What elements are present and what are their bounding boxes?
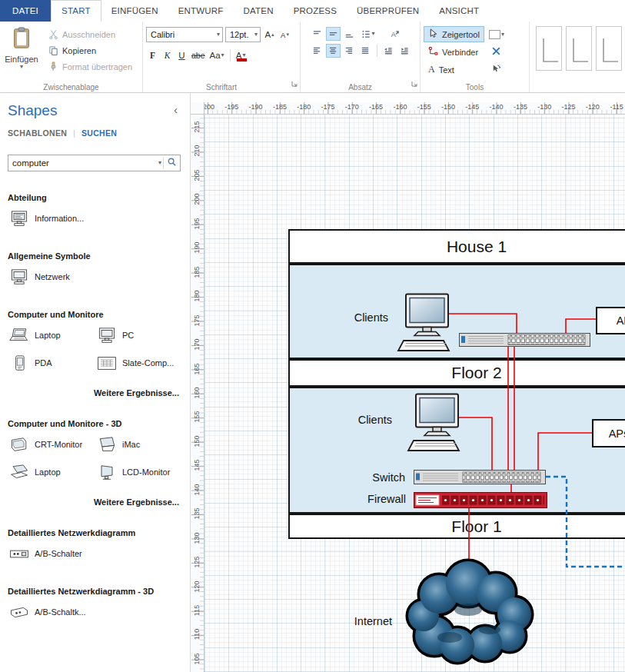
connector-switch-aps-bottom[interactable] xyxy=(538,433,592,470)
stencil-section: Computer und MonitoreLaptopPCPDASlate-Co… xyxy=(8,310,181,398)
shape-item-label: PDA xyxy=(35,358,52,368)
shape-search-input[interactable] xyxy=(8,158,158,168)
chevron-down-icon[interactable]: ▾ xyxy=(158,160,161,166)
more-results-link[interactable]: Weitere Ergebnisse... xyxy=(8,388,179,398)
shape-item[interactable]: A/B-Schalter xyxy=(8,542,95,565)
shrink-font-button[interactable]: A▾ xyxy=(278,28,291,42)
tab-entwurf[interactable]: ENTWURF xyxy=(168,0,234,22)
corner-shape-icon xyxy=(569,34,589,68)
grow-font-button[interactable]: A▴ xyxy=(263,28,276,42)
cut-button[interactable]: Ausschneiden xyxy=(46,27,135,42)
more-results-link[interactable]: Weitere Ergebnisse... xyxy=(8,497,179,507)
client-computer-top[interactable] xyxy=(396,293,457,353)
ruler-number: -130 xyxy=(537,103,551,111)
bullets-button[interactable]: ▾ xyxy=(358,27,378,41)
dashed-wireless-connector[interactable] xyxy=(546,477,625,567)
group-label: Tools xyxy=(421,83,529,91)
switch-device-bottom[interactable] xyxy=(414,470,546,484)
scissors-icon xyxy=(48,29,58,41)
shape-item[interactable]: Information... xyxy=(8,207,95,230)
pda-icon xyxy=(8,354,31,372)
align-center-button[interactable] xyxy=(326,44,341,58)
panel-tab-suchen[interactable]: SUCHEN xyxy=(81,128,117,138)
underline-button[interactable]: U xyxy=(175,48,188,62)
panel-tab-schablonen[interactable]: SCHABLONEN xyxy=(8,128,67,138)
shape-item[interactable]: LCD-Monitor xyxy=(95,461,180,484)
shape-item[interactable]: Laptop xyxy=(8,461,95,484)
shape-picker-button[interactable]: ▾ xyxy=(487,26,506,42)
chevron-down-icon: ▾ xyxy=(217,32,220,38)
pointer-tool-button[interactable]: Zeigertool xyxy=(424,26,484,42)
connector-switch-aps-top[interactable] xyxy=(566,319,596,333)
aps-box-top[interactable]: APs xyxy=(596,307,625,334)
connector-tool-button[interactable]: Verbinder xyxy=(424,44,484,60)
connection-point-tool-button[interactable] xyxy=(487,44,506,60)
style-tile[interactable] xyxy=(596,26,622,71)
ruler-number: 125 xyxy=(193,551,201,574)
bold-button[interactable]: F xyxy=(146,48,159,62)
align-bottom-button[interactable] xyxy=(342,27,357,41)
underline-label: U xyxy=(178,51,185,60)
font-family-combo[interactable]: Calibri ▾ xyxy=(146,27,223,42)
horizontal-ruler[interactable]: -200-195-190-185-180-175-170-165-160-155… xyxy=(204,102,625,115)
shape-style-gallery[interactable] xyxy=(530,22,625,92)
strikethrough-button[interactable]: abe xyxy=(190,48,207,62)
align-right-button[interactable] xyxy=(342,44,357,58)
tab-überprüfen[interactable]: ÜBERPRÜFEN xyxy=(347,0,429,22)
shape-search-box[interactable]: ▾ xyxy=(8,155,181,171)
shape-item[interactable]: PC xyxy=(95,324,180,347)
justify-button[interactable] xyxy=(358,44,373,58)
drawing-canvas[interactable]: House 1 Floor 2 Floor 1 xyxy=(204,115,625,672)
shape-item[interactable]: PDA xyxy=(8,351,95,374)
vertical-ruler[interactable]: 2152102052001951901851801751701651601551… xyxy=(191,115,204,672)
shape-item[interactable]: CRT-Monitor xyxy=(8,433,95,456)
tab-start[interactable]: START xyxy=(51,0,101,22)
format-painter-label: Format übertragen xyxy=(62,62,132,72)
style-tile[interactable] xyxy=(536,26,562,71)
font-family-value: Calibri xyxy=(151,30,175,39)
align-middle-button[interactable] xyxy=(326,27,341,41)
stencil-section-title: Detailliertes Netzwerkdiagramm - 3D xyxy=(8,587,181,596)
italic-button[interactable]: K xyxy=(161,48,174,62)
font-size-combo[interactable]: 12pt. ▾ xyxy=(225,27,261,42)
increase-indent-button[interactable] xyxy=(397,44,412,58)
shape-item[interactable]: Netzwerk xyxy=(8,265,95,288)
align-top-button[interactable] xyxy=(310,27,324,41)
ruler-number: 190 xyxy=(193,236,201,259)
switch-device-top[interactable] xyxy=(459,333,590,347)
client-computer-bottom[interactable] xyxy=(406,393,467,453)
copy-label: Kopieren xyxy=(62,46,96,55)
laptop-3d-icon xyxy=(8,464,31,481)
text-direction-button[interactable]: A xyxy=(387,27,402,41)
shape-item[interactable]: Slate-Comp... xyxy=(95,351,180,374)
tab-einfügen[interactable]: EINFÜGEN xyxy=(101,0,168,22)
shape-item[interactable]: Laptop xyxy=(8,324,95,347)
search-icon[interactable] xyxy=(167,156,177,170)
copy-button[interactable]: Kopieren xyxy=(46,43,135,58)
group-label: Zwischenablage xyxy=(0,83,142,91)
change-case-button[interactable]: Aa▾ xyxy=(208,48,226,62)
paragraph-group: ▾ A Absatz xyxy=(301,22,421,92)
decrease-indent-button[interactable] xyxy=(381,44,396,58)
paste-button[interactable]: Einfügen ▾ xyxy=(3,24,40,75)
align-left-button[interactable] xyxy=(310,44,324,58)
shape-item[interactable]: iMac xyxy=(95,433,180,456)
font-color-button[interactable]: A▾ xyxy=(234,48,248,62)
internet-cloud[interactable] xyxy=(404,556,534,665)
rotate-tool-button[interactable] xyxy=(487,62,506,78)
tab-ansicht[interactable]: ANSICHT xyxy=(429,0,489,22)
tab-datei[interactable]: DATEI xyxy=(0,0,51,22)
tab-daten[interactable]: DATEN xyxy=(234,0,284,22)
collapse-panel-icon[interactable]: ‹ xyxy=(171,102,181,117)
aps-box-bottom[interactable]: APs xyxy=(592,419,625,447)
tab-prozess[interactable]: PROZESS xyxy=(284,0,347,22)
shape-item-label: A/B-Schaltk... xyxy=(35,607,86,617)
shape-item[interactable]: A/B-Schaltk... xyxy=(8,600,95,624)
red-connectors[interactable] xyxy=(448,314,596,576)
connector-clients2-switch-top[interactable] xyxy=(448,314,517,333)
firewall-device[interactable] xyxy=(414,492,547,508)
ruler-number: 185 xyxy=(193,261,201,284)
format-painter-button[interactable]: Format übertragen xyxy=(46,59,135,75)
style-tile[interactable] xyxy=(566,26,592,71)
text-tool-button[interactable]: A Text xyxy=(424,62,484,78)
